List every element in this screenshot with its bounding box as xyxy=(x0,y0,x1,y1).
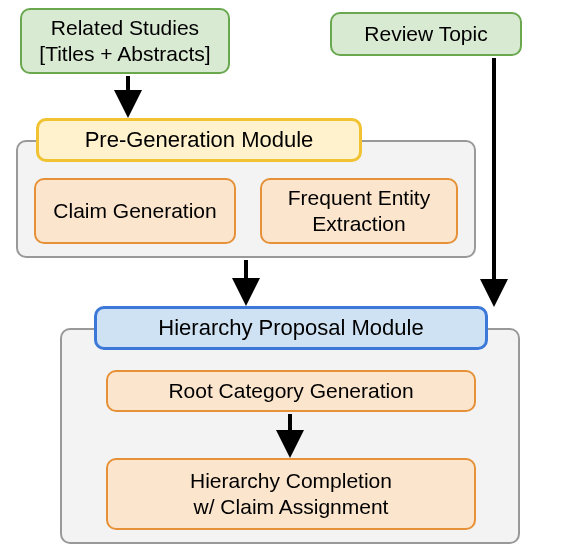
hierarchy-completion-label: Hierarchy Completion w/ Claim Assignment xyxy=(190,468,392,521)
root-category-label: Root Category Generation xyxy=(168,378,413,404)
input-review-topic: Review Topic xyxy=(330,12,522,56)
hierarchy-module-title-label: Hierarchy Proposal Module xyxy=(158,314,423,342)
claim-generation-box: Claim Generation xyxy=(34,178,236,244)
root-category-box: Root Category Generation xyxy=(106,370,476,412)
hierarchy-module-title: Hierarchy Proposal Module xyxy=(94,306,488,350)
input-related-studies-label: Related Studies [Titles + Abstracts] xyxy=(39,15,210,68)
hierarchy-completion-box: Hierarchy Completion w/ Claim Assignment xyxy=(106,458,476,530)
freq-entity-label: Frequent Entity Extraction xyxy=(288,185,430,238)
pregen-module-title-label: Pre-Generation Module xyxy=(85,126,314,154)
input-review-topic-label: Review Topic xyxy=(364,21,487,47)
claim-generation-label: Claim Generation xyxy=(53,198,216,224)
input-related-studies: Related Studies [Titles + Abstracts] xyxy=(20,8,230,74)
pregen-module-title: Pre-Generation Module xyxy=(36,118,362,162)
freq-entity-box: Frequent Entity Extraction xyxy=(260,178,458,244)
